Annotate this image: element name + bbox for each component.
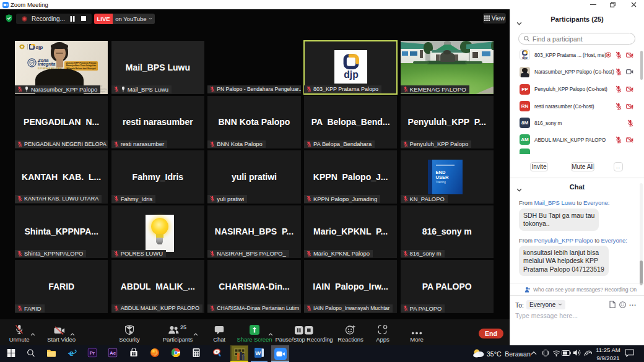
- svg-text:djp: djp: [522, 56, 528, 59]
- svg-text:e: e: [69, 348, 74, 357]
- svg-text:W: W: [255, 349, 261, 356]
- svg-text:djp: djp: [344, 69, 359, 79]
- svg-text:djp: djp: [36, 45, 43, 50]
- svg-text:Pr: Pr: [89, 350, 94, 356]
- svg-text:Ae: Ae: [110, 350, 116, 356]
